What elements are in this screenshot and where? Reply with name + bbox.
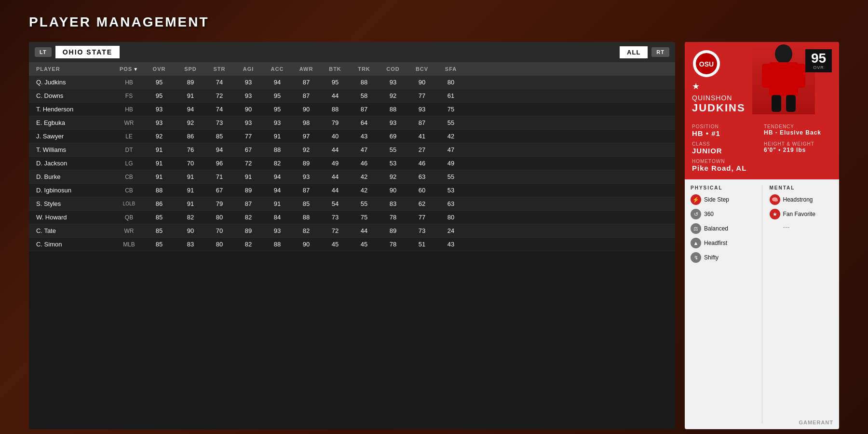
player-ovr-cell: 85 [142, 227, 176, 234]
player-pos-cell: QB [116, 214, 142, 221]
player-bcv-cell: 46 [407, 160, 436, 167]
player-trk-cell: 42 [350, 187, 379, 194]
column-headers: PLAYER POS ▼ OVR SPD STR AGI ACC AWR BTK… [29, 62, 675, 76]
hw-value: 6'0" • 219 lbs [764, 147, 832, 153]
col-acc[interactable]: ACC [263, 66, 292, 72]
trait-fan-favorite: ★ Fan Favorite [770, 209, 834, 219]
side-step-icon: ⚡ [691, 194, 701, 205]
player-agi-cell: 87 [234, 200, 263, 207]
mental-label: MENTAL [770, 185, 834, 190]
col-trk[interactable]: TRK [350, 66, 379, 72]
player-spd-cell: 90 [176, 227, 205, 234]
player-trk-cell: 55 [350, 200, 379, 207]
table-row[interactable]: E. Egbuka WR 93 92 73 93 93 98 79 64 93 … [29, 116, 675, 130]
player-awr-cell: 87 [292, 79, 321, 86]
player-str-cell: 96 [205, 160, 234, 167]
trait-headstrong: 🧠 Headstrong [770, 194, 834, 205]
col-btk[interactable]: BTK [321, 66, 350, 72]
player-agi-cell: 67 [234, 146, 263, 153]
player-name-cell: S. Styles [29, 200, 116, 207]
player-awr-cell: 89 [292, 160, 321, 167]
col-player: PLAYER [29, 66, 116, 72]
col-pos[interactable]: POS ▼ [116, 66, 142, 72]
hometown-label: HOMETOWN [692, 159, 832, 164]
table-row[interactable]: D. Igbinosun CB 88 91 67 89 94 87 44 42 … [29, 184, 675, 197]
player-agi-cell: 91 [234, 173, 263, 180]
player-pos-cell: WR [116, 120, 142, 126]
player-str-cell: 79 [205, 200, 234, 207]
player-ovr-cell: 85 [142, 214, 176, 221]
player-pos-cell: HB [116, 79, 142, 86]
ovr-badge: 95 OVR [805, 49, 832, 72]
player-pos-cell: LOLB [116, 201, 142, 206]
svg-rect-8 [786, 95, 796, 112]
player-bcv-cell: 41 [407, 133, 436, 140]
player-cod-cell: 78 [379, 241, 407, 248]
player-last-name: JUDKINS [692, 102, 746, 114]
player-bcv-cell: 73 [407, 227, 436, 234]
player-ovr-cell: 93 [142, 119, 176, 126]
table-row[interactable]: D. Burke CB 91 91 71 91 94 93 44 42 92 6… [29, 170, 675, 184]
player-pos-cell: CB [116, 174, 142, 180]
player-name-card: QUINSHON JUDKINS [692, 94, 746, 114]
table-header-bar: LT OHIO STATE ALL RT [29, 42, 675, 62]
player-spd-cell: 91 [176, 200, 205, 207]
table-row[interactable]: D. Jackson LG 91 70 96 72 82 89 49 46 53… [29, 157, 675, 170]
col-ovr[interactable]: OVR [142, 66, 176, 72]
player-cod-cell: 83 [379, 200, 407, 207]
player-acc-cell: 94 [263, 173, 292, 180]
player-cod-cell: 90 [379, 187, 407, 194]
player-spd-cell: 70 [176, 160, 205, 167]
table-row[interactable]: T. Henderson HB 93 94 74 90 95 90 88 87 … [29, 103, 675, 116]
col-str[interactable]: STR [205, 66, 234, 72]
table-row[interactable]: C. Tate WR 85 90 70 89 93 82 72 44 89 73… [29, 224, 675, 238]
player-acc-cell: 93 [263, 227, 292, 234]
player-awr-cell: 92 [292, 146, 321, 153]
table-row[interactable]: J. Sawyer LE 92 86 85 77 91 97 40 43 69 … [29, 130, 675, 143]
col-cod[interactable]: COD [379, 66, 407, 72]
svg-rect-5 [762, 64, 772, 88]
table-row[interactable]: C. Downs FS 95 91 72 93 95 87 44 58 92 7… [29, 89, 675, 103]
nav-right-button[interactable]: RT [651, 47, 669, 57]
svg-point-3 [775, 44, 792, 64]
player-agi-cell: 93 [234, 92, 263, 99]
ovr-label: OVR [809, 65, 828, 70]
player-name-cell: C. Simon [29, 241, 116, 248]
player-cod-cell: 78 [379, 214, 407, 221]
col-bcv[interactable]: BCV [407, 66, 436, 72]
player-btk-cell: 44 [321, 92, 350, 99]
col-spd[interactable]: SPD [176, 66, 205, 72]
player-sfa-cell: 63 [436, 200, 465, 207]
trait-headfirst: ▲ Headfirst [691, 238, 755, 248]
player-name-cell: C. Tate [29, 227, 116, 234]
table-row[interactable]: T. Williams DT 91 76 94 67 88 92 44 47 5… [29, 143, 675, 157]
tendency-value: HB - Elusive Back [764, 129, 832, 136]
nav-left-button[interactable]: LT [35, 47, 52, 57]
filter-all-button[interactable]: ALL [620, 46, 648, 58]
player-awr-cell: 98 [292, 119, 321, 126]
ohio-state-logo: OSU [692, 49, 721, 78]
position-value: HB • #1 [692, 129, 760, 137]
table-row[interactable]: W. Howard QB 85 82 80 82 84 88 73 75 78 … [29, 211, 675, 224]
player-name-cell: D. Burke [29, 173, 116, 180]
svg-rect-6 [796, 64, 805, 88]
player-btk-cell: 44 [321, 173, 350, 180]
trait-side-step-name: Side Step [704, 196, 729, 203]
balanced-icon: ⚖ [691, 223, 701, 234]
col-sfa[interactable]: SFA [436, 66, 465, 72]
player-sfa-cell: 24 [436, 227, 465, 234]
col-agi[interactable]: AGI [234, 66, 263, 72]
headstrong-icon: 🧠 [770, 194, 780, 205]
table-row[interactable]: C. Simon MLB 85 83 80 82 88 90 45 45 78 … [29, 238, 675, 251]
player-str-cell: 80 [205, 214, 234, 221]
player-cod-cell: 92 [379, 173, 407, 180]
player-bcv-cell: 90 [407, 79, 436, 86]
player-spd-cell: 76 [176, 146, 205, 153]
table-row[interactable]: Q. Judkins HB 95 89 74 93 94 87 95 88 93… [29, 76, 675, 89]
col-awr[interactable]: AWR [292, 66, 321, 72]
position-label: POSITION [692, 124, 760, 129]
player-acc-cell: 91 [263, 133, 292, 140]
table-row[interactable]: S. Styles LOLB 86 91 79 87 91 85 54 55 8… [29, 197, 675, 211]
player-str-cell: 70 [205, 227, 234, 234]
player-list: Q. Judkins HB 95 89 74 93 94 87 95 88 93… [29, 76, 675, 251]
